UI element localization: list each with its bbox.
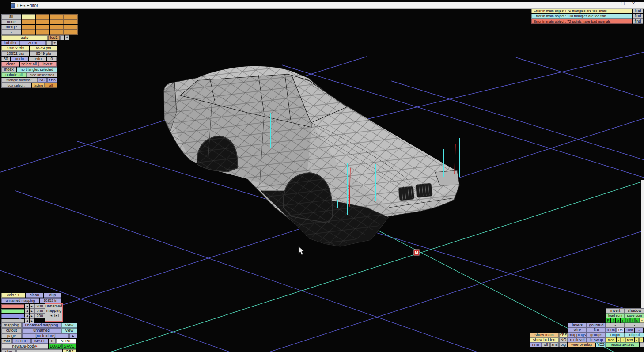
invert-button[interactable]: invert bbox=[38, 62, 57, 67]
subobj-cell[interactable] bbox=[36, 25, 49, 30]
shadow-button[interactable]: shadow bbox=[625, 308, 644, 313]
channel-value[interactable]: 200 bbox=[34, 314, 45, 318]
nrm-sml-button[interactable]: sml bbox=[550, 342, 559, 347]
lod-plus-button[interactable]: + bbox=[65, 35, 69, 40]
invert-normals-button[interactable]: invert bbox=[606, 308, 625, 313]
nrm-off-button[interactable]: off bbox=[542, 342, 550, 347]
subobj-cell[interactable] bbox=[64, 19, 78, 24]
channel-bar-green[interactable] bbox=[1, 309, 24, 313]
layer-letter-button[interactable]: b bbox=[616, 318, 620, 323]
blob-button[interactable]: blob bbox=[606, 337, 616, 342]
subobj-cell[interactable] bbox=[64, 30, 78, 35]
dash-button[interactable]: - bbox=[606, 323, 625, 328]
layer-letter-button[interactable]: r bbox=[621, 318, 625, 323]
maximize-button[interactable]: ▢ bbox=[621, 0, 625, 6]
grid-01m-button[interactable]: 0.1m bbox=[606, 328, 616, 333]
find-button[interactable]: find bbox=[633, 19, 643, 24]
channel-value[interactable]: 200 bbox=[34, 309, 45, 314]
nc-level-button[interactable]: n.c.level bbox=[568, 337, 587, 342]
cutout-view-button[interactable]: view bbox=[61, 328, 77, 333]
mat-none-button[interactable]: NONE bbox=[56, 339, 76, 344]
gouraud-button[interactable]: gouraud bbox=[587, 323, 606, 328]
flat-button[interactable]: flat bbox=[587, 328, 606, 333]
next-arrow-button[interactable]: ► bbox=[30, 309, 34, 314]
subobj-cell[interactable] bbox=[50, 19, 64, 24]
wire-button[interactable]: wire bbox=[568, 328, 587, 333]
dash-button[interactable]: - bbox=[640, 342, 644, 347]
redo-button[interactable]: redo bbox=[29, 57, 46, 61]
undo-button[interactable]: undo bbox=[11, 57, 28, 61]
subobj-cell[interactable] bbox=[22, 30, 35, 35]
next-arrow-button[interactable]: ► bbox=[30, 304, 34, 309]
subobj-cell[interactable] bbox=[64, 25, 78, 30]
subobj-cell[interactable] bbox=[22, 25, 35, 30]
triangle-buttons-yes[interactable]: YES bbox=[47, 78, 57, 83]
box-select-facing[interactable]: facing bbox=[32, 83, 45, 88]
layers-button[interactable]: layers bbox=[568, 323, 587, 328]
channel-value[interactable]: 200 bbox=[34, 304, 45, 309]
mat-matt-button[interactable]: MATT bbox=[31, 339, 48, 344]
subobj-minus-button[interactable]: - bbox=[1, 30, 21, 35]
lod-dist-value[interactable]: 30 m bbox=[19, 41, 46, 45]
move-marker[interactable]: M bbox=[414, 250, 419, 255]
text-plus-button[interactable]: + bbox=[639, 337, 643, 342]
mat-solid-button[interactable]: SOLID bbox=[12, 339, 31, 344]
channel-bar-red[interactable] bbox=[1, 304, 24, 308]
index-button[interactable]: index bbox=[1, 67, 16, 72]
groups-button[interactable]: groups bbox=[587, 333, 606, 337]
prev-arrow-button[interactable]: ◄ bbox=[49, 314, 53, 317]
subobj-cell[interactable] bbox=[36, 30, 49, 35]
reload-textures-button[interactable]: reload textures bbox=[606, 342, 639, 347]
layer-letter-button[interactable]: t bbox=[630, 318, 635, 323]
viewport-3d[interactable]: M bbox=[0, 0, 644, 352]
skin-field[interactable] bbox=[16, 349, 62, 352]
object-name-field[interactable]: newa39-body• bbox=[1, 344, 48, 349]
subobj-cell[interactable] bbox=[50, 14, 64, 19]
hide-unselected-button[interactable]: hide unselected bbox=[27, 72, 57, 77]
grid-1m-button[interactable]: 1m bbox=[616, 328, 624, 333]
lr-swap-button[interactable]: l.r.swap bbox=[587, 337, 606, 342]
subobj-all-button[interactable]: all bbox=[1, 14, 21, 19]
prev-arrow-button[interactable]: ◄ bbox=[25, 309, 29, 314]
mapping-row-value[interactable]: unnamed mapping bbox=[22, 323, 61, 328]
subobj-cell[interactable] bbox=[22, 14, 35, 19]
show-hidden-no[interactable]: NO bbox=[559, 337, 568, 342]
clear-button[interactable]: clear bbox=[1, 62, 19, 67]
page-row-value[interactable]: [no texture] bbox=[22, 333, 69, 338]
mapping-view-button[interactable]: view bbox=[61, 323, 77, 328]
layer-dot-button[interactable]: • bbox=[640, 318, 644, 323]
cutout-row-value[interactable]: unnamed bbox=[22, 328, 61, 333]
find-button[interactable]: find bbox=[633, 14, 643, 19]
grid-10m-button[interactable]: 10m bbox=[625, 328, 634, 333]
dash-button[interactable]: - bbox=[625, 323, 644, 328]
origin-button[interactable]: origin bbox=[606, 333, 625, 337]
subobj-cell[interactable] bbox=[22, 19, 35, 24]
lod-dist-minus-button[interactable]: - bbox=[46, 41, 52, 45]
layer-letter-button[interactable]: f bbox=[611, 318, 615, 323]
wire-overlay-yes[interactable]: YES bbox=[596, 342, 606, 347]
mat-zero-button[interactable]: 0 bbox=[49, 339, 56, 344]
load-scm-button[interactable]: load scm bbox=[606, 313, 625, 318]
subobj-cell[interactable] bbox=[36, 14, 49, 19]
save-scm-button[interactable]: save scm bbox=[625, 313, 644, 318]
clean-button[interactable]: clean bbox=[26, 293, 43, 298]
layer-letter-button[interactable]: u bbox=[635, 318, 640, 323]
subobj-merge-button[interactable]: merge bbox=[1, 25, 21, 30]
subobj-cell[interactable] bbox=[50, 30, 64, 35]
mapping-name[interactable]: unnamed mapping bbox=[1, 298, 39, 303]
subobj-none-button[interactable]: none bbox=[1, 19, 21, 24]
unhide-all-button[interactable]: unhide all bbox=[1, 72, 27, 77]
channel-bar-blue[interactable] bbox=[1, 314, 24, 318]
close-button[interactable]: ✕ bbox=[632, 0, 635, 6]
mappings-button[interactable]: mappings bbox=[568, 333, 587, 337]
text-minus-button[interactable]: - bbox=[635, 337, 639, 342]
triangle-buttons-no[interactable]: NO bbox=[38, 78, 47, 83]
subobj-cell[interactable] bbox=[36, 19, 49, 24]
subobj-cell[interactable] bbox=[64, 14, 78, 19]
grid-dash-button[interactable]: - bbox=[635, 328, 643, 333]
obj-export-button[interactable]: OBJ bbox=[63, 349, 76, 352]
lod1-button[interactable]: lod1 bbox=[48, 35, 60, 40]
dup-button[interactable]: dup bbox=[44, 293, 61, 298]
text-button[interactable]: text bbox=[625, 337, 634, 342]
load-button[interactable]: LOAD bbox=[49, 344, 62, 349]
